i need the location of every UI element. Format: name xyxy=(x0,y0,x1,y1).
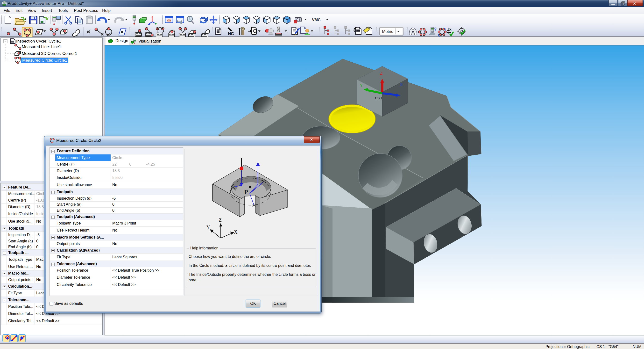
svg-text:?: ? xyxy=(434,27,436,32)
svg-text:VMC: VMC xyxy=(312,18,321,22)
svg-text:NC: NC xyxy=(228,32,234,36)
svg-text:P: P xyxy=(244,189,248,196)
svg-text:Z: Z xyxy=(219,217,222,223)
svg-text:Y: Y xyxy=(360,83,363,88)
svg-text:X: X xyxy=(234,229,238,235)
svg-text:CS 1: CS 1 xyxy=(375,96,382,100)
svg-text:Y: Y xyxy=(206,224,210,230)
svg-text:G: G xyxy=(253,28,257,34)
svg-text:X: X xyxy=(400,83,403,87)
svg-text:Z: Z xyxy=(380,71,382,76)
svg-text:±x: ±x xyxy=(447,27,452,32)
svg-text:Metric: Metric xyxy=(382,29,393,34)
